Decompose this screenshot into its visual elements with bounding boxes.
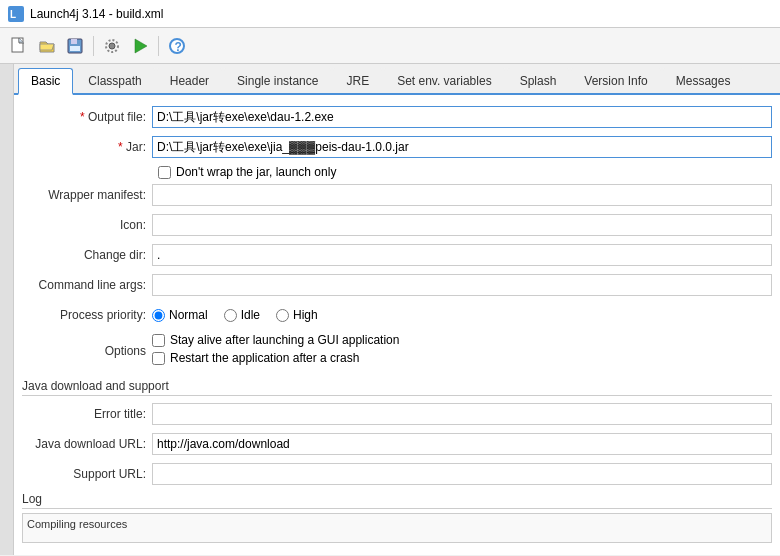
- help-button[interactable]: ?: [164, 33, 190, 59]
- error-title-row: Error title:: [22, 402, 772, 426]
- new-icon: [10, 37, 28, 55]
- cmd-args-input[interactable]: [152, 274, 772, 296]
- restart-row: Restart the application after a crash: [152, 351, 399, 365]
- app-icon: L: [8, 6, 24, 22]
- svg-rect-6: [70, 46, 80, 51]
- priority-high-radio[interactable]: [276, 309, 289, 322]
- settings-button[interactable]: [99, 33, 125, 59]
- options-label: Options: [22, 344, 152, 358]
- toolbar-sep-1: [93, 36, 94, 56]
- svg-point-7: [109, 43, 115, 49]
- tab-header[interactable]: Header: [157, 68, 222, 93]
- options-group: Stay alive after launching a GUI applica…: [152, 333, 399, 369]
- dont-wrap-checkbox[interactable]: [158, 166, 171, 179]
- tab-version-info[interactable]: Version Info: [571, 68, 660, 93]
- jar-row: Jar:: [22, 135, 772, 159]
- restart-label: Restart the application after a crash: [170, 351, 359, 365]
- save-icon: [66, 37, 84, 55]
- java-download-section-header: Java download and support: [22, 379, 772, 396]
- log-section: Log Compiling resources: [22, 492, 772, 543]
- priority-radio-group: Normal Idle High: [152, 308, 318, 322]
- log-content: Compiling resources: [22, 513, 772, 543]
- wrapper-manifest-row: Wrapper manifest:: [22, 183, 772, 207]
- support-url-input[interactable]: [152, 463, 772, 485]
- icon-input[interactable]: [152, 214, 772, 236]
- stay-alive-row: Stay alive after launching a GUI applica…: [152, 333, 399, 347]
- output-file-input[interactable]: [152, 106, 772, 128]
- new-button[interactable]: [6, 33, 32, 59]
- tab-single-instance[interactable]: Single instance: [224, 68, 331, 93]
- settings-icon: [103, 37, 121, 55]
- priority-idle-radio[interactable]: [224, 309, 237, 322]
- process-priority-row: Process priority: Normal Idle High: [22, 303, 772, 327]
- help-icon: ?: [168, 37, 186, 55]
- title-text: Launch4j 3.14 - build.xml: [30, 7, 163, 21]
- tab-messages[interactable]: Messages: [663, 68, 744, 93]
- priority-normal-text: Normal: [169, 308, 208, 322]
- icon-label: Icon:: [22, 218, 152, 232]
- download-url-input[interactable]: [152, 433, 772, 455]
- dont-wrap-row: Don't wrap the jar, launch only: [158, 165, 772, 179]
- main-area: Basic Classpath Header Single instance J…: [14, 64, 780, 555]
- error-title-label: Error title:: [22, 407, 152, 421]
- priority-high-label[interactable]: High: [276, 308, 318, 322]
- download-url-label: Java download URL:: [22, 437, 152, 451]
- dont-wrap-label: Don't wrap the jar, launch only: [176, 165, 336, 179]
- download-url-row: Java download URL:: [22, 432, 772, 456]
- error-title-input[interactable]: [152, 403, 772, 425]
- tab-set-env[interactable]: Set env. variables: [384, 68, 505, 93]
- build-icon: [131, 37, 149, 55]
- wrapper-manifest-label: Wrapper manifest:: [22, 188, 152, 202]
- content-area: Output file: Jar: Don't wrap the jar, la…: [14, 95, 780, 555]
- log-header: Log: [22, 492, 772, 509]
- restart-checkbox[interactable]: [152, 352, 165, 365]
- toolbar-sep-2: [158, 36, 159, 56]
- priority-normal-radio[interactable]: [152, 309, 165, 322]
- tabs-bar: Basic Classpath Header Single instance J…: [14, 64, 780, 95]
- priority-idle-text: Idle: [241, 308, 260, 322]
- change-dir-row: Change dir:: [22, 243, 772, 267]
- tab-basic[interactable]: Basic: [18, 68, 73, 95]
- output-file-row: Output file:: [22, 105, 772, 129]
- open-button[interactable]: [34, 33, 60, 59]
- change-dir-input[interactable]: [152, 244, 772, 266]
- open-icon: [38, 37, 56, 55]
- jar-label: Jar:: [22, 140, 152, 154]
- stay-alive-label: Stay alive after launching a GUI applica…: [170, 333, 399, 347]
- page-wrapper: Basic Classpath Header Single instance J…: [0, 64, 780, 555]
- support-url-label: Support URL:: [22, 467, 152, 481]
- priority-normal-label[interactable]: Normal: [152, 308, 208, 322]
- cmd-args-row: Command line args:: [22, 273, 772, 297]
- svg-text:?: ?: [175, 40, 182, 54]
- toolbar: ?: [0, 28, 780, 64]
- stay-alive-checkbox[interactable]: [152, 334, 165, 347]
- process-priority-label: Process priority:: [22, 308, 152, 322]
- cmd-args-label: Command line args:: [22, 278, 152, 292]
- output-file-label: Output file:: [22, 110, 152, 124]
- svg-marker-9: [135, 39, 147, 53]
- wrapper-manifest-input[interactable]: [152, 184, 772, 206]
- support-url-row: Support URL:: [22, 462, 772, 486]
- jar-input[interactable]: [152, 136, 772, 158]
- tab-jre[interactable]: JRE: [333, 68, 382, 93]
- change-dir-label: Change dir:: [22, 248, 152, 262]
- options-row: Options Stay alive after launching a GUI…: [22, 333, 772, 369]
- left-accent: [0, 64, 14, 555]
- priority-high-text: High: [293, 308, 318, 322]
- tab-splash[interactable]: Splash: [507, 68, 570, 93]
- build-button[interactable]: [127, 33, 153, 59]
- icon-row: Icon:: [22, 213, 772, 237]
- title-bar: L Launch4j 3.14 - build.xml: [0, 0, 780, 28]
- priority-idle-label[interactable]: Idle: [224, 308, 260, 322]
- save-button[interactable]: [62, 33, 88, 59]
- svg-rect-5: [71, 39, 77, 44]
- svg-text:L: L: [10, 9, 16, 20]
- tab-classpath[interactable]: Classpath: [75, 68, 154, 93]
